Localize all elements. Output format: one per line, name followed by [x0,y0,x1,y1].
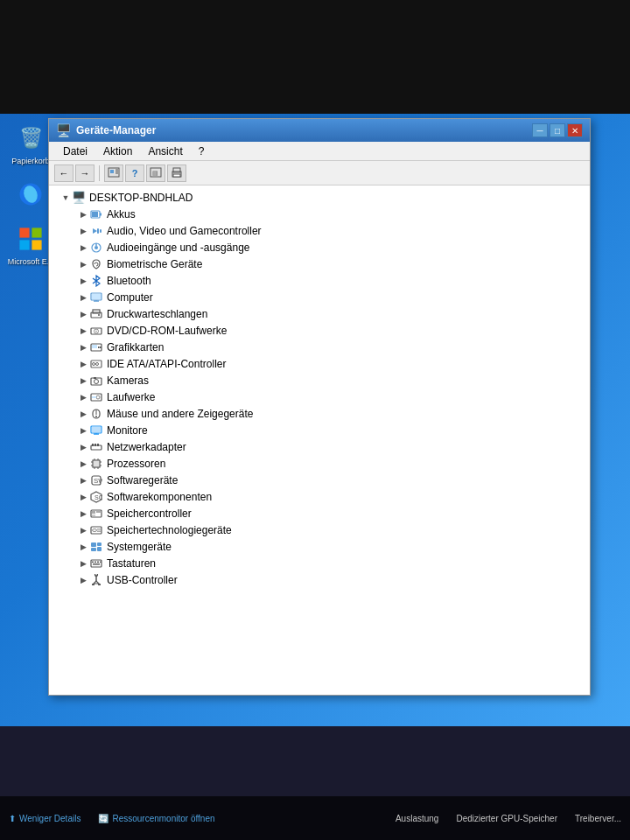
item-toggle[interactable]: ▶ [77,557,89,570]
menu-help[interactable]: ? [192,144,212,159]
item-icon: SC [89,490,103,504]
tree-item[interactable]: ▶Audioeingänge und -ausgänge [74,239,590,256]
item-toggle[interactable]: ▶ [77,524,89,536]
properties-button[interactable] [104,164,123,182]
menu-aktion[interactable]: Aktion [96,144,139,159]
tree-item[interactable]: ▶Akkus [74,206,590,222]
item-toggle[interactable]: ▶ [77,374,89,387]
item-toggle[interactable]: ▶ [77,491,89,503]
tree-content[interactable]: ▼ 🖥️ DESKTOP-BNDHLAD ▶Akkus▶Audio, Video… [49,186,590,695]
top-black-bar [0,0,630,114]
menu-ansicht[interactable]: Ansicht [141,144,189,159]
svg-rect-89 [97,561,99,563]
gpu-speicher-label: Dedizierter GPU-Speicher [456,814,557,823]
item-toggle[interactable]: ▶ [77,225,89,237]
tree-item[interactable]: ▶DVD/CD-ROM-Laufwerke [74,322,590,339]
toolbar: ← → ? ▤ [49,161,590,186]
recycle-bin-icon[interactable]: 🗑️ Papierkorb [11,122,50,165]
tree-item[interactable]: ▶Netzwerkadapter [74,438,590,455]
item-toggle[interactable]: ▶ [77,508,89,520]
svg-rect-59 [97,444,99,446]
svg-rect-88 [94,561,96,563]
item-toggle[interactable]: ▶ [77,391,89,403]
item-toggle[interactable]: ▶ [77,441,89,453]
tree-item[interactable]: ▶Grafikkarten [74,339,590,355]
tree-item[interactable]: ▶Computer [74,289,590,305]
item-icon [89,573,103,587]
ressourcenmonitor-button[interactable]: 🔄 Ressourcenmonitor öffnen [98,814,214,823]
item-label: Softwaregeräte [107,474,178,486]
svg-rect-85 [97,547,102,551]
svg-rect-3 [32,228,41,237]
svg-rect-77 [96,511,102,513]
item-toggle[interactable]: ▶ [77,541,89,553]
root-toggle[interactable]: ▼ [60,192,72,204]
help-button[interactable]: ? [125,164,144,182]
item-toggle[interactable]: ▶ [77,458,89,470]
ressourcenmonitor-label: Ressourcenmonitor öffnen [112,814,214,823]
svg-rect-80 [97,528,101,530]
tree-item[interactable]: ▶Tastaturen [74,555,590,571]
tree-item[interactable]: ▶ Bluetooth [74,272,590,289]
print-button[interactable] [167,164,186,182]
item-label: Computer [107,291,153,304]
tree-item[interactable]: ▶Speichertechnologiegeräte [74,522,590,538]
close-button[interactable]: ✕ [567,123,583,137]
item-icon [89,224,103,238]
svg-rect-91 [93,564,100,565]
back-button[interactable]: ← [54,164,74,182]
tree-item[interactable]: ▶Prozessoren [74,455,590,472]
tree-item[interactable]: ▶SWSoftwaregeräte [74,472,590,488]
minimize-button[interactable]: ─ [532,123,548,137]
svg-point-23 [94,246,98,249]
root-label: DESKTOP-BNDHLAD [89,192,192,204]
item-toggle[interactable]: ▶ [77,424,89,437]
item-toggle[interactable]: ▶ [77,325,89,337]
svg-rect-90 [100,561,102,563]
bottom-panel: ⬆ Weniger Details 🔄 Ressourcenmonitor öf… [0,796,630,840]
item-toggle[interactable]: ▶ [77,474,89,486]
item-label: Prozessoren [107,458,165,470]
item-icon [89,357,103,371]
tree-item[interactable]: ▶Mäuse und andere Zeigegeräte [74,405,590,422]
item-toggle[interactable]: ▶ [77,358,89,370]
tree-item[interactable]: ▶Audio, Video und Gamecontroller [74,222,590,239]
item-toggle[interactable]: ▶ [77,208,89,220]
item-toggle[interactable]: ▶ [77,308,89,320]
microsoft-icon-item[interactable]: Microsoft E... [8,223,54,266]
forward-button[interactable]: → [75,164,94,182]
tree-item[interactable]: ▶USB-Controller [74,571,590,588]
item-icon [89,440,103,454]
item-label: Druckwarteschlangen [107,308,207,320]
tree-item[interactable]: ▶Biometrische Geräte [74,256,590,272]
tree-item[interactable]: ▶Speichercontroller [74,505,590,522]
tree-item[interactable]: ▶Laufwerke [74,388,590,405]
tree-item[interactable]: ▶Druckwarteschlangen [74,305,590,322]
item-toggle[interactable]: ▶ [77,574,89,586]
svg-point-32 [98,314,100,316]
item-toggle[interactable]: ▶ [77,258,89,270]
maximize-button[interactable]: □ [550,123,565,137]
item-toggle[interactable]: ▶ [77,291,89,304]
item-toggle[interactable]: ▶ [77,408,89,420]
tree-item[interactable]: ▶Monitore [74,422,590,438]
item-icon [89,424,103,438]
device-manager-window: 🖥️ Geräte-Manager ─ □ ✕ Datei Aktion Ans… [48,118,591,696]
svg-point-42 [96,362,99,365]
tree-item[interactable]: ▶SCSoftwarekomponenten [74,488,590,505]
item-toggle[interactable]: ▶ [77,242,89,254]
tree-item[interactable]: ▶Systemgeräte [74,538,590,555]
item-toggle[interactable]: ▶ [77,341,89,354]
svg-rect-61 [94,461,99,466]
weniger-details-button[interactable]: ⬆ Weniger Details [9,814,80,823]
tree-root-item[interactable]: ▼ 🖥️ DESKTOP-BNDHLAD [56,189,590,206]
tree-item[interactable]: ▶IDE ATA/ATAPI-Controller [74,355,590,372]
edge-icon-item[interactable] [15,178,46,210]
tree-children: ▶Akkus▶Audio, Video und Gamecontroller▶A… [56,206,590,588]
tree-item[interactable]: ▶Kameras [74,372,590,388]
menu-datei[interactable]: Datei [56,144,94,159]
update-button[interactable]: ▤ [146,164,165,182]
item-label: Audio, Video und Gamecontroller [107,225,262,237]
item-icon [89,507,103,521]
item-toggle[interactable]: ▶ [77,275,89,287]
